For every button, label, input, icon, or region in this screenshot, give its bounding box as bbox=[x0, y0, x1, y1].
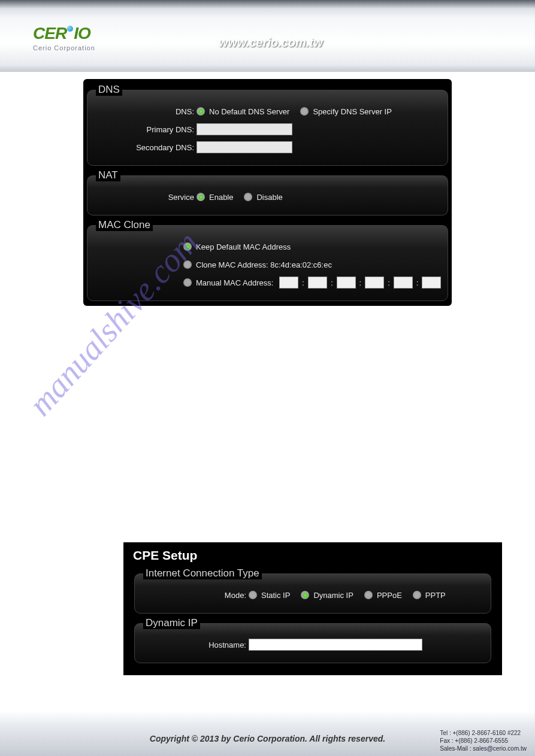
mode-radio-static[interactable] bbox=[249, 591, 257, 599]
connection-type-fieldset: Internet Connection Type Mode: Static IP… bbox=[134, 567, 491, 614]
dns-fieldset: DNS DNS: No Default DNS Server Specify D… bbox=[87, 84, 448, 166]
page-header: CERIO Cerio Corporation www.cerio.com.tw bbox=[0, 0, 535, 72]
dns-radio-no-default-label: No Default DNS Server bbox=[209, 107, 289, 116]
nat-radio-enable[interactable] bbox=[197, 193, 205, 201]
mac-input-5[interactable] bbox=[394, 277, 413, 289]
primary-dns-label: Primary DNS: bbox=[93, 125, 197, 134]
nat-radio-disable-label: Disable bbox=[256, 193, 282, 202]
mac-clone-fieldset: MAC Clone Keep Default MAC Address Clone… bbox=[87, 219, 448, 301]
cpe-setup-panel: CPE Setup Internet Connection Type Mode:… bbox=[123, 542, 502, 675]
mode-radio-dynamic[interactable] bbox=[301, 591, 309, 599]
nat-legend: NAT bbox=[96, 169, 120, 181]
mac-input-3[interactable] bbox=[337, 277, 356, 289]
mode-radio-pppoe[interactable] bbox=[364, 591, 373, 599]
cpe-title: CPE Setup bbox=[132, 548, 494, 563]
contact-fax: Fax : +(886) 2-8667-6555 bbox=[440, 737, 527, 745]
contact-info: Tel : +(886) 2-8667-6160 #222 Fax : +(88… bbox=[440, 729, 527, 752]
dns-radio-no-default[interactable] bbox=[197, 107, 205, 116]
mode-radio-dynamic-label: Dynamic IP bbox=[313, 591, 353, 600]
mac-input-1[interactable] bbox=[279, 277, 298, 289]
mac-radio-keep[interactable] bbox=[183, 242, 192, 251]
primary-dns-input[interactable] bbox=[197, 123, 292, 135]
mac-input-2[interactable] bbox=[308, 277, 327, 289]
dns-legend: DNS bbox=[96, 84, 122, 96]
mac-input-6[interactable] bbox=[422, 277, 441, 289]
dynamic-ip-legend: Dynamic IP bbox=[143, 617, 200, 629]
mac-radio-keep-label: Keep Default MAC Address bbox=[196, 242, 291, 251]
mac-radio-clone[interactable] bbox=[183, 260, 192, 269]
dns-radio-specify-label: Specify DNS Server IP bbox=[313, 107, 392, 116]
logo: CERIO Cerio Corporation bbox=[33, 24, 95, 51]
settings-panel: DNS DNS: No Default DNS Server Specify D… bbox=[83, 79, 452, 306]
nat-radio-disable[interactable] bbox=[244, 193, 252, 201]
hostname-label: Hostname: bbox=[141, 640, 249, 649]
page-footer: Copyright © 2013 by Cerio Corporation. A… bbox=[0, 711, 535, 756]
header-url: www.cerio.com.tw bbox=[219, 36, 323, 50]
mode-radio-pptp[interactable] bbox=[413, 591, 421, 599]
mode-radio-pppoe-label: PPPoE bbox=[377, 591, 402, 600]
dns-radio-specify[interactable] bbox=[300, 107, 309, 116]
mac-clone-legend: MAC Clone bbox=[96, 219, 153, 231]
mode-label: Mode: bbox=[141, 591, 249, 600]
mac-radio-manual-label: Manual MAC Address: bbox=[196, 278, 273, 287]
mode-radio-pptp-label: PPTP bbox=[425, 591, 446, 600]
mac-radio-manual[interactable] bbox=[183, 278, 192, 287]
dns-label: DNS: bbox=[93, 107, 197, 116]
nat-radio-enable-label: Enable bbox=[209, 193, 233, 202]
nat-service-label: Service bbox=[93, 193, 197, 202]
dynamic-ip-fieldset: Dynamic IP Hostname: bbox=[134, 617, 491, 663]
nat-fieldset: NAT Service Enable Disable bbox=[87, 169, 448, 215]
contact-sales: Sales-Mail : sales@cerio.com.tw bbox=[440, 745, 527, 752]
mac-input-4[interactable] bbox=[365, 277, 384, 289]
mode-radio-static-label: Static IP bbox=[261, 591, 290, 600]
connection-type-legend: Internet Connection Type bbox=[143, 567, 262, 579]
contact-tel: Tel : +(886) 2-8667-6160 #222 bbox=[440, 729, 527, 737]
secondary-dns-input[interactable] bbox=[197, 141, 292, 153]
hostname-input[interactable] bbox=[249, 639, 422, 651]
secondary-dns-label: Secondary DNS: bbox=[93, 143, 197, 152]
mac-radio-clone-label: Clone MAC Address: 8c:4d:ea:02:c6:ec bbox=[196, 260, 332, 269]
logo-subtitle: Cerio Corporation bbox=[33, 44, 95, 51]
